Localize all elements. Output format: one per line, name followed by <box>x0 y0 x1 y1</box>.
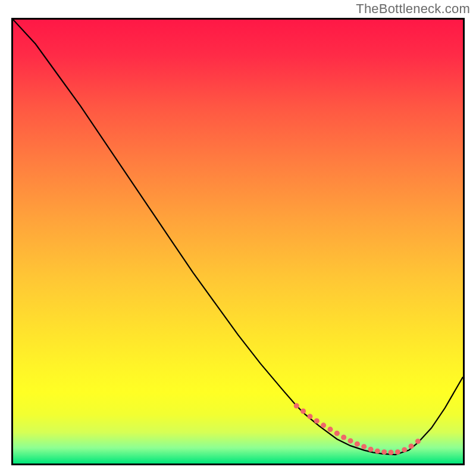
valley-dot <box>395 449 400 455</box>
valley-dot <box>334 431 340 436</box>
valley-dot <box>327 427 333 432</box>
valley-dot <box>341 435 346 440</box>
valley-dot <box>294 403 299 409</box>
watermark-text: TheBottleneck.com <box>356 1 470 17</box>
valley-dot <box>355 441 360 447</box>
valley-dot <box>415 439 421 444</box>
valley-dot <box>314 418 320 424</box>
gradient-background <box>13 20 463 464</box>
valley-dot <box>402 447 407 452</box>
plot-area <box>11 18 465 465</box>
valley-dot <box>375 449 380 454</box>
valley-dot <box>321 422 326 428</box>
valley-dot <box>300 408 306 414</box>
valley-dot <box>389 450 394 455</box>
valley-dot <box>409 443 414 449</box>
valley-dot <box>307 414 312 419</box>
chart-frame: TheBottleneck.com <box>0 0 476 476</box>
valley-dot <box>347 438 353 443</box>
valley-dot <box>368 447 373 452</box>
plot-svg <box>13 20 463 464</box>
valley-dot <box>381 449 387 455</box>
valley-dot <box>361 444 367 449</box>
